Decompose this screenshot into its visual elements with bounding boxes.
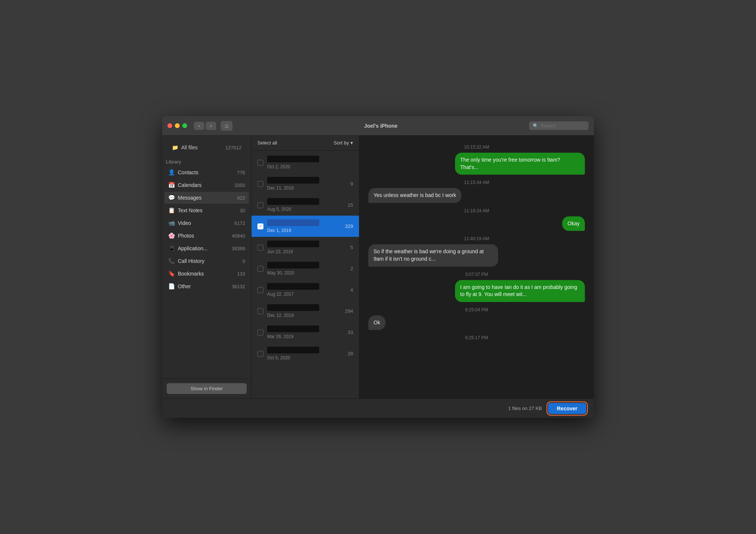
list-item[interactable]: Dec 11, 2018 9 bbox=[252, 173, 359, 194]
file-name-redacted bbox=[267, 219, 319, 226]
list-item[interactable]: Aug 5, 2020 15 bbox=[252, 194, 359, 216]
main-content: 📁 All files 127612 Library 👤 Contacts 77… bbox=[162, 136, 594, 398]
file-name-redacted bbox=[267, 347, 319, 353]
contacts-icon: 👤 bbox=[168, 169, 175, 176]
show-in-finder-button[interactable]: Show in Finder bbox=[167, 383, 247, 394]
sort-by-button[interactable]: Sort by ▾ bbox=[334, 140, 353, 146]
file-count: 9 bbox=[350, 181, 353, 187]
file-count: 15 bbox=[348, 202, 353, 208]
file-count: 329 bbox=[345, 223, 353, 229]
file-date: Jun 23, 2018 bbox=[267, 249, 347, 254]
back-button[interactable]: ‹ bbox=[194, 122, 204, 130]
sidebar-applications-label: Application... bbox=[178, 245, 208, 251]
bookmarks-icon: 🔖 bbox=[168, 270, 175, 277]
file-date: Aug 5, 2020 bbox=[267, 207, 344, 212]
sidebar-video-count: 6172 bbox=[234, 220, 245, 226]
recover-button[interactable]: Recover bbox=[548, 403, 586, 414]
sidebar-messages-label: Messages bbox=[178, 195, 202, 201]
message-bubble: Okay bbox=[562, 216, 585, 231]
sidebar-calendars-count: 3350 bbox=[234, 182, 245, 188]
sidebar-other-count: 36132 bbox=[232, 284, 245, 289]
file-checkbox[interactable] bbox=[257, 287, 263, 293]
window-title: Joel's iPhone bbox=[236, 123, 525, 129]
file-name-redacted bbox=[267, 156, 319, 162]
sidebar-item-messages[interactable]: 💬 Messages 922 bbox=[164, 192, 249, 204]
file-count: 4 bbox=[350, 287, 353, 293]
sidebar-applications-count: 39389 bbox=[232, 246, 245, 251]
sidebar-item-text-notes[interactable]: 📋 Text Notes 30 bbox=[164, 204, 249, 216]
file-checkbox[interactable] bbox=[257, 330, 263, 336]
list-item[interactable]: Dec 12, 2019 294 bbox=[252, 301, 359, 322]
search-bar[interactable]: 🔍 bbox=[529, 121, 589, 130]
message-row-sent: Okay bbox=[368, 216, 585, 231]
sidebar-text-notes-label: Text Notes bbox=[178, 207, 202, 213]
list-item[interactable]: May 30, 2020 2 bbox=[252, 258, 359, 279]
file-checkbox[interactable] bbox=[257, 160, 263, 166]
chat-messages: 10:15:22 AM The only time you're free to… bbox=[359, 136, 594, 398]
message-timestamp: 11:16:24 AM bbox=[368, 208, 585, 213]
list-item[interactable]: Aug 22, 2017 4 bbox=[252, 279, 359, 301]
message-timestamp: 11:15:34 AM bbox=[368, 180, 585, 185]
message-row-received: Ok bbox=[368, 315, 585, 330]
list-item[interactable]: Jun 23, 2018 5 bbox=[252, 237, 359, 258]
message-row-sent: I am going to have Ian do it as I am pro… bbox=[368, 280, 585, 302]
close-button[interactable] bbox=[167, 123, 172, 128]
file-checkbox[interactable] bbox=[257, 202, 263, 208]
sidebar: 📁 All files 127612 Library 👤 Contacts 77… bbox=[162, 136, 252, 398]
sidebar-bookmarks-count: 133 bbox=[237, 271, 245, 277]
file-checkbox[interactable] bbox=[257, 245, 263, 251]
file-count: 33 bbox=[348, 330, 353, 335]
sidebar-item-other[interactable]: 📄 Other 36132 bbox=[164, 280, 249, 292]
list-item-selected[interactable]: Dec 1, 2019 329 bbox=[252, 216, 359, 237]
list-item[interactable]: Mar 26, 2019 33 bbox=[252, 322, 359, 343]
list-item[interactable]: Oct 5, 2020 28 bbox=[252, 343, 359, 364]
sidebar-text-notes-count: 30 bbox=[240, 208, 245, 213]
file-date: Dec 12, 2019 bbox=[267, 313, 341, 318]
messages-icon: 💬 bbox=[168, 194, 175, 201]
file-checkbox[interactable] bbox=[257, 223, 263, 229]
sidebar-call-history-count: 0 bbox=[243, 258, 245, 264]
message-row-sent: The only time you're free tomorrow is 9a… bbox=[368, 153, 585, 175]
file-checkbox[interactable] bbox=[257, 266, 263, 272]
file-count: 294 bbox=[345, 308, 353, 314]
search-input[interactable] bbox=[541, 123, 585, 128]
file-checkbox[interactable] bbox=[257, 181, 263, 187]
sidebar-item-applications[interactable]: 📱 Application... 39389 bbox=[164, 242, 249, 254]
minimize-button[interactable] bbox=[175, 123, 180, 128]
sidebar-item-bookmarks[interactable]: 🔖 Bookmarks 133 bbox=[164, 268, 249, 280]
library-label: Library bbox=[162, 156, 251, 166]
sidebar-call-history-label: Call History bbox=[178, 258, 205, 264]
file-checkbox[interactable] bbox=[257, 351, 263, 357]
sidebar-item-all-files[interactable]: 📁 All files 127612 bbox=[168, 142, 245, 153]
sidebar-footer: Show in Finder bbox=[162, 378, 251, 398]
message-bubble: I am going to have Ian do it as I am pro… bbox=[455, 280, 585, 302]
sidebar-item-contacts[interactable]: 👤 Contacts 776 bbox=[164, 166, 249, 178]
sort-by-label: Sort by bbox=[334, 140, 349, 146]
home-button[interactable]: ⌂ bbox=[221, 121, 233, 131]
file-date: Oct 2, 2020 bbox=[267, 164, 349, 169]
sidebar-item-video[interactable]: 📹 Video 6172 bbox=[164, 217, 249, 229]
file-checkbox[interactable] bbox=[257, 308, 263, 314]
file-name-redacted bbox=[267, 198, 319, 205]
message-bubble: Ok bbox=[368, 315, 385, 330]
message-timestamp: 11:40:19 AM bbox=[368, 236, 585, 241]
maximize-button[interactable] bbox=[182, 123, 187, 128]
sidebar-other-label: Other bbox=[178, 283, 191, 289]
sidebar-video-label: Video bbox=[178, 220, 191, 226]
sidebar-item-photos[interactable]: 🌸 Photos 40840 bbox=[164, 230, 249, 242]
traffic-lights bbox=[167, 123, 187, 128]
list-item[interactable]: Oct 2, 2020 bbox=[252, 152, 359, 173]
sidebar-item-calendars[interactable]: 📅 Calendars 3350 bbox=[164, 179, 249, 191]
all-files-count: 127612 bbox=[225, 145, 241, 150]
message-bubble: Yes unless weather is bad bc I work bbox=[368, 188, 461, 203]
sidebar-bookmarks-label: Bookmarks bbox=[178, 271, 204, 277]
photos-icon: 🌸 bbox=[168, 232, 175, 239]
sort-chevron-icon: ▾ bbox=[350, 140, 353, 146]
forward-button[interactable]: › bbox=[206, 122, 216, 130]
applications-icon: 📱 bbox=[168, 245, 175, 252]
file-date: Mar 26, 2019 bbox=[267, 334, 344, 339]
message-row-received: So if the weather is bad we're doing a g… bbox=[368, 244, 585, 266]
select-all-button[interactable]: Select all bbox=[257, 140, 277, 146]
file-list: Oct 2, 2020 Dec 11, 2018 9 bbox=[252, 150, 359, 398]
sidebar-item-call-history[interactable]: 📞 Call History 0 bbox=[164, 255, 249, 267]
